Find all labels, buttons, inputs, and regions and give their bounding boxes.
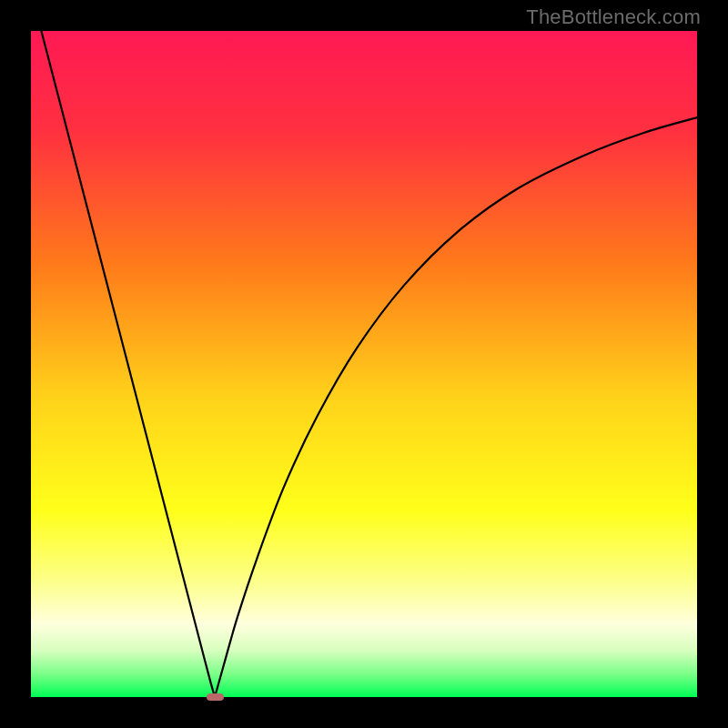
plot-area xyxy=(31,31,697,697)
chart-frame: TheBottleneck.com xyxy=(0,0,728,728)
bottleneck-curve xyxy=(31,31,697,697)
watermark-text: TheBottleneck.com xyxy=(526,5,701,29)
optimal-point-marker xyxy=(207,693,224,701)
